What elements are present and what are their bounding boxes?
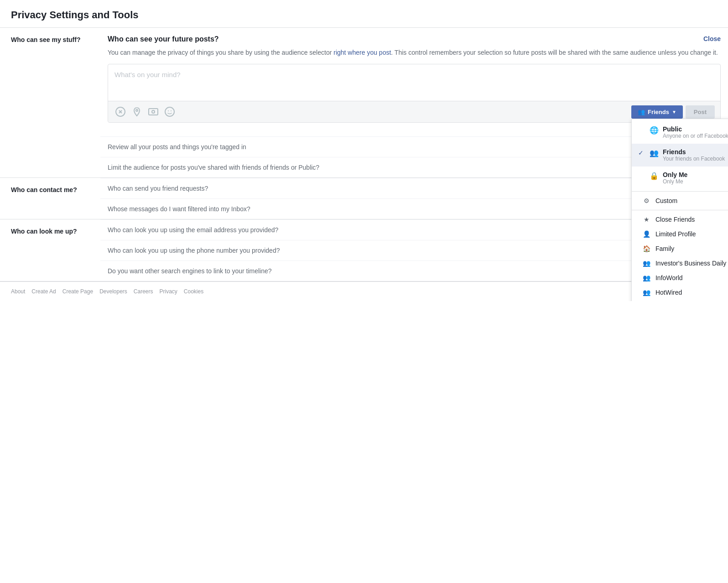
page-header: Privacy Settings and Tools <box>0 0 728 28</box>
public-check <box>638 125 646 126</box>
post-input[interactable]: What's on your mind? <box>108 64 720 101</box>
svg-point-8 <box>171 110 172 111</box>
post-button[interactable]: Post <box>686 105 715 119</box>
dropdown-item-only-me[interactable]: 🔒 Only Me Only Me <box>632 167 728 189</box>
limit-past-text: Limit the audience for posts you've shar… <box>108 164 664 171</box>
friends-text: Friends Your friends on Facebook <box>663 148 728 162</box>
family-label: Family <box>655 245 674 252</box>
public-title: Public <box>663 125 728 133</box>
section-label-look: Who can look me up? <box>0 219 100 281</box>
limited-profile-icon: 👤 <box>642 230 652 238</box>
friends-title: Friends <box>663 148 728 156</box>
who-can-contact-section: Who can contact me? Who can send you fri… <box>0 178 728 219</box>
footer-link-create-ad[interactable]: Create Ad <box>31 288 56 295</box>
custom-label: Custom <box>655 197 677 204</box>
footer: About Create Ad Create Page Developers C… <box>0 281 728 301</box>
close-friends-label: Close Friends <box>655 216 695 223</box>
family-icon: 🏠 <box>642 245 652 252</box>
public-icon: 🌐 <box>649 125 659 135</box>
public-subtitle: Anyone on or off Facebook <box>663 133 728 139</box>
dropdown-divider-2 <box>632 210 728 210</box>
friends-icon-dd: 👥 <box>649 148 659 157</box>
post-actions-bar: 👥 Friends ▼ 🌐 <box>108 101 720 122</box>
dropdown-item-close-friends[interactable]: ★ Close Friends <box>632 212 728 227</box>
section-label-see: Who can see my stuff? <box>0 28 100 177</box>
hotwired-icon: 👥 <box>642 289 652 296</box>
right-where-you-post-link[interactable]: right where you post <box>333 49 391 56</box>
close-button[interactable]: Close <box>703 35 721 42</box>
infoworld-label: InfoWorld <box>655 274 683 281</box>
only-me-title: Only Me <box>663 171 728 178</box>
investors-label: Investor's Business Daily <box>655 260 726 267</box>
who-see-content: Who can see your future posts? Close You… <box>100 28 728 177</box>
friend-requests-text: Who can send you friend requests? <box>108 185 702 192</box>
dropdown-item-macworld[interactable]: 👥 Macworld <box>632 300 728 302</box>
main-content: Who can see my stuff? Who can see your f… <box>0 28 728 281</box>
friends-subtitle: Your friends on Facebook <box>663 156 728 162</box>
dropdown-divider-1 <box>632 191 728 192</box>
future-posts-panel: Who can see your future posts? Close You… <box>100 28 728 136</box>
footer-link-privacy[interactable]: Privacy <box>160 288 177 295</box>
dropdown-item-limited-profile[interactable]: 👤 Limited Profile <box>632 227 728 241</box>
footer-link-about[interactable]: About <box>11 288 25 295</box>
phone-lookup-text: Who can look you up using the phone numb… <box>108 247 702 254</box>
svg-point-3 <box>136 109 138 111</box>
desc-before-link: You can manage the privacy of things you… <box>108 49 333 56</box>
friends-dropdown-button[interactable]: 👥 Friends ▼ <box>631 105 683 119</box>
svg-point-5 <box>152 110 155 113</box>
future-posts-header: Who can see your future posts? Close <box>108 35 721 43</box>
friends-icon: 👥 <box>638 109 645 115</box>
friends-btn-label: Friends <box>648 109 669 115</box>
dropdown-item-custom[interactable]: ⚙ Custom <box>632 193 728 208</box>
dropdown-arrow-icon: ▼ <box>672 109 676 115</box>
activity-log-text: Review all your posts and things you're … <box>108 143 664 151</box>
page-title: Privacy Settings and Tools <box>11 9 717 21</box>
photo-icon[interactable] <box>146 105 160 119</box>
future-posts-title: Who can see your future posts? <box>108 35 219 43</box>
public-text: Public Anyone on or off Facebook <box>663 125 728 139</box>
who-can-look-section: Who can look me up? Who can look you up … <box>0 219 728 281</box>
dropdown-item-friends[interactable]: ✓ 👥 Friends Your friends on Facebook <box>632 144 728 167</box>
limited-profile-label: Limited Profile <box>655 230 696 238</box>
footer-link-create-page[interactable]: Create Page <box>62 288 93 295</box>
investors-icon: 👥 <box>642 260 652 267</box>
future-posts-description: You can manage the privacy of things you… <box>108 48 721 57</box>
dropdown-item-public[interactable]: 🌐 Public Anyone on or off Facebook <box>632 121 728 144</box>
infoworld-icon: 👥 <box>642 274 652 281</box>
dropdown-item-investors[interactable]: 👥 Investor's Business Daily <box>632 256 728 271</box>
footer-link-developers[interactable]: Developers <box>99 288 127 295</box>
messages-filter-text: Whose messages do I want filtered into m… <box>108 205 702 213</box>
svg-rect-4 <box>149 109 158 115</box>
footer-link-careers[interactable]: Careers <box>134 288 153 295</box>
dropdown-item-infoworld[interactable]: 👥 InfoWorld <box>632 271 728 285</box>
footer-link-cookies[interactable]: Cookies <box>184 288 203 295</box>
custom-icon: ⚙ <box>642 197 652 204</box>
post-box: What's on your mind? <box>108 64 721 123</box>
only-me-icon: 🔒 <box>649 171 659 180</box>
close-friends-icon: ★ <box>642 216 652 223</box>
svg-point-7 <box>168 110 169 111</box>
section-label-contact: Who can contact me? <box>0 178 100 219</box>
friends-check: ✓ <box>638 148 646 156</box>
dropdown-item-hotwired[interactable]: 👥 HotWired <box>632 285 728 300</box>
friends-dropdown-container: 👥 Friends ▼ 🌐 <box>631 105 686 119</box>
tag-icon[interactable] <box>114 105 127 119</box>
who-can-see-section: Who can see my stuff? Who can see your f… <box>0 28 728 178</box>
dropdown-item-family[interactable]: 🏠 Family <box>632 241 728 256</box>
only-me-check <box>638 171 646 172</box>
email-lookup-text: Who can look you up using the email addr… <box>108 226 702 234</box>
desc-after-link: . This control remembers your selection … <box>391 49 718 56</box>
only-me-text: Only Me Only Me <box>663 171 728 185</box>
audience-dropdown-menu: 🌐 Public Anyone on or off Facebook ✓ <box>631 119 728 302</box>
emoji-icon[interactable] <box>163 105 177 119</box>
hotwired-label: HotWired <box>655 289 682 296</box>
location-icon[interactable] <box>130 105 144 119</box>
only-me-subtitle: Only Me <box>663 178 728 185</box>
search-engines-text: Do you want other search engines to link… <box>108 267 702 275</box>
svg-point-6 <box>165 107 174 116</box>
